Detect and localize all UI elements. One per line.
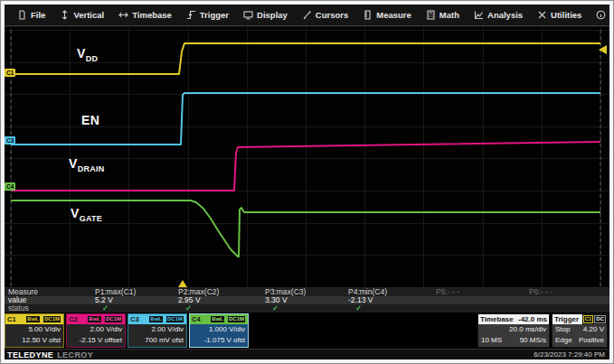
display-monitor-icon	[243, 10, 253, 20]
screenshot-frame: File Vertical Timebase Trigger Display C…	[0, 0, 614, 364]
c2-offset: -2.15 V offset	[67, 335, 125, 346]
menu-measure-label: Measure	[376, 10, 411, 20]
footer-bar: TELEDYNE LECROY 6/23/2023 7:29:40 PM	[5, 349, 609, 359]
c4-volts-per-div: 1.000 V/div	[190, 324, 248, 335]
oscilloscope-screen: File Vertical Timebase Trigger Display C…	[5, 5, 609, 359]
c4-coupling-badge: DC1M	[227, 315, 246, 323]
trigger-badges: C1 DC	[582, 314, 607, 324]
math-calculator-icon	[426, 10, 436, 20]
trigger-type: Edge	[555, 335, 572, 346]
channel-descriptor-c4-selected[interactable]: C4 BwL DC1M 1.000 V/div -1.075 V ofst	[189, 313, 249, 348]
timebase-header: Timebase -42.0 ms	[478, 314, 549, 324]
menu-file[interactable]: File	[10, 5, 52, 25]
timebase-delay: -42.0 ms	[518, 315, 547, 323]
trigger-descriptor[interactable]: Trigger C1 DC Stop 4.20 V Edge Positive	[552, 313, 608, 348]
menu-display[interactable]: Display	[236, 5, 295, 25]
c3-name: C3	[130, 315, 146, 323]
menu-timebase-label: Timebase	[132, 10, 172, 20]
c1-coupling-badge: DC1M	[43, 315, 61, 323]
trigger-position-marker[interactable]	[178, 280, 187, 287]
trigger-source-badge: C1	[583, 315, 594, 323]
c1-offset: 12.50 V ofst	[5, 335, 63, 346]
timebase-scale: 20.0 ms/div	[509, 324, 546, 335]
menu-timebase[interactable]: Timebase	[111, 5, 179, 25]
analysis-chart-icon	[474, 10, 484, 20]
trace-label-en: EN	[81, 113, 99, 130]
menu-math-label: Math	[439, 10, 459, 20]
c2-volts-per-div: 2.00 V/div	[67, 324, 125, 335]
trigger-slope: Positive	[579, 335, 604, 346]
trigger-level-marker[interactable]	[599, 45, 607, 54]
menu-support[interactable]: Support	[589, 5, 609, 25]
trigger-title: Trigger	[553, 314, 582, 324]
timebase-title: Timebase	[480, 315, 514, 323]
vdrain-label-sub: DRAIN	[78, 164, 105, 173]
c3-volts-per-div: 2.00 V/div	[128, 324, 186, 335]
menu-math[interactable]: Math	[419, 5, 467, 25]
measure-p2-status-check-icon: ✓	[178, 304, 192, 313]
menu-analysis[interactable]: Analysis	[467, 5, 530, 25]
status-row-label: status	[8, 304, 29, 313]
measure-p6-label[interactable]: P6:- - -	[529, 288, 553, 296]
trigger-body: Stop 4.20 V Edge Positive	[553, 324, 607, 346]
c3-offset: 700 mV ofst	[128, 335, 186, 346]
c1-header: C1 BwL DC1M	[5, 314, 63, 324]
menu-utilities[interactable]: Utilities	[530, 5, 589, 25]
support-info-icon	[596, 10, 606, 20]
c4-bandwidth-badge: BwL	[210, 315, 225, 323]
trigger-level: 4.20 V	[583, 324, 604, 335]
trace-label-vgate: VGATE	[71, 206, 102, 223]
trigger-mode: Stop	[555, 324, 570, 335]
trigger-edge-icon	[186, 10, 196, 20]
timebase-sample-rate: 50 MS/s	[520, 335, 546, 346]
menu-cursors-label: Cursors	[316, 10, 348, 20]
trace-c1-vdd[interactable]	[11, 43, 600, 74]
trace-label-vdrain: VDRAIN	[69, 156, 105, 173]
menu-cursors[interactable]: Cursors	[295, 5, 355, 25]
c3-bandwidth-badge: BwL	[148, 315, 164, 323]
channel-tag-c3[interactable]: C3	[5, 136, 15, 145]
file-icon	[17, 10, 27, 20]
channel-descriptor-c2[interactable]: C2 BwL DC1M 2.00 V/div -2.15 V offset	[66, 313, 126, 348]
timebase-descriptor[interactable]: Timebase -42.0 ms 20.0 ms/div 10 MS 50 M…	[477, 313, 550, 348]
c2-header: C2 BwL DC1M	[67, 314, 125, 324]
menu-analysis-label: Analysis	[487, 10, 523, 20]
menu-vertical[interactable]: Vertical	[52, 5, 111, 25]
vdd-label-sub: DD	[86, 54, 99, 63]
channel-tag-c1[interactable]: C1	[5, 69, 15, 77]
channel-descriptor-c1[interactable]: C1 BwL DC1M 5.00 V/div 12.50 V ofst	[5, 313, 64, 348]
vdrain-label-main: V	[69, 156, 78, 171]
menu-display-label: Display	[257, 10, 288, 20]
menu-file-label: File	[31, 10, 45, 20]
brand-lecroy: LECROY	[57, 350, 93, 359]
cursor-pencil-icon	[302, 10, 312, 20]
measure-panel: Measure P1:max(C1) P2:max(C2) P3:max(C3)…	[5, 288, 609, 313]
en-label-main: EN	[81, 113, 99, 127]
menu-trigger-label: Trigger	[200, 10, 229, 20]
utilities-tools-icon	[537, 10, 547, 20]
vdd-label-main: V	[77, 46, 86, 61]
menu-vertical-label: Vertical	[73, 10, 104, 20]
channel-tag-c4[interactable]: C4	[5, 182, 15, 191]
trace-label-vdd: VDD	[77, 46, 98, 63]
waveform-grid-area[interactable]: VDD EN VDRAIN VGATE C1 C3 C4	[5, 26, 609, 288]
vgate-label-sub: GATE	[80, 214, 103, 223]
c3-header: C3 BwL DC1M	[128, 314, 186, 324]
c1-body: 5.00 V/div 12.50 V ofst	[5, 324, 63, 347]
measure-value-row: value 5.2 V 2.95 V 3.30 V -2.13 V	[5, 296, 609, 304]
c1-volts-per-div: 5.00 V/div	[5, 324, 63, 335]
datetime: 6/23/2023 7:29:40 PM	[534, 350, 607, 359]
c4-body: 1.000 V/div -1.075 V ofst	[190, 324, 248, 347]
menu-measure[interactable]: Measure	[355, 5, 419, 25]
c2-coupling-badge: DC1M	[104, 315, 123, 323]
c3-body: 2.00 V/div 700 mV ofst	[128, 324, 186, 347]
measure-p1-status-check-icon: ✓	[95, 304, 109, 313]
vertical-arrows-icon	[60, 10, 70, 20]
measure-status-row: status ✓ ✓ ✓ ✓	[5, 304, 609, 313]
measure-p4-status-check-icon: ✓	[348, 304, 362, 313]
channel-descriptor-c3[interactable]: C3 BwL DC1M 2.00 V/div 700 mV ofst	[128, 313, 187, 348]
menu-trigger[interactable]: Trigger	[179, 5, 236, 25]
c1-bandwidth-badge: BwL	[25, 315, 41, 323]
measure-p5-label[interactable]: P5:- - -	[436, 288, 459, 296]
timebase-body: 20.0 ms/div 10 MS 50 MS/s	[478, 324, 549, 346]
